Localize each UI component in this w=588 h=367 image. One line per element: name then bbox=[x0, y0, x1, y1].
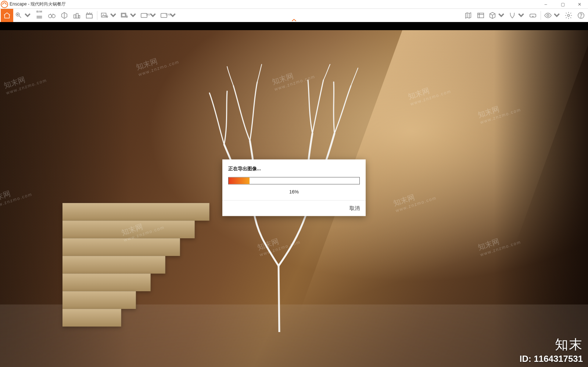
chevron-down-icon bbox=[553, 11, 561, 19]
exe-label: EXE bbox=[166, 13, 171, 16]
watermark: 知末网www.znzmo.com bbox=[392, 186, 437, 213]
chevron-down-icon bbox=[109, 11, 117, 19]
chevron-down-icon bbox=[517, 11, 525, 19]
svg-rect-5 bbox=[74, 15, 76, 18]
cube-icon bbox=[488, 11, 496, 19]
general-settings-button[interactable] bbox=[562, 9, 575, 22]
title-sep: - bbox=[27, 1, 31, 7]
export-video-icon bbox=[120, 11, 128, 19]
brand-label: 知末 bbox=[520, 336, 583, 354]
maximize-button[interactable]: ▢ bbox=[554, 0, 571, 9]
toolbar-separator bbox=[97, 11, 97, 20]
eye-icon bbox=[544, 11, 552, 19]
home-icon bbox=[3, 11, 11, 19]
batch-render-button[interactable] bbox=[119, 9, 139, 22]
svg-point-19 bbox=[581, 17, 581, 17]
asset-library-button[interactable] bbox=[474, 9, 487, 22]
help-icon bbox=[577, 11, 585, 19]
source-watermark: 知末 ID: 1164317531 bbox=[520, 336, 583, 364]
view-plane-icon bbox=[60, 11, 68, 19]
watermark: 知末网www.znzmo.com bbox=[271, 64, 316, 92]
visual-settings-button[interactable] bbox=[542, 9, 562, 22]
settings-gear-icon bbox=[564, 11, 573, 19]
exe-export-button[interactable]: EXE bbox=[158, 9, 178, 22]
watermark: 知末网www.znzmo.com bbox=[256, 230, 301, 257]
help-button[interactable] bbox=[575, 9, 587, 22]
export-image-icon bbox=[100, 11, 108, 19]
svg-rect-14 bbox=[478, 13, 484, 18]
asset-library-icon bbox=[477, 11, 485, 19]
svg-point-2 bbox=[17, 14, 18, 15]
map-icon bbox=[464, 11, 472, 19]
main-toolbar: BIM 360° EXE bbox=[0, 9, 588, 22]
window-title: Enscape - 现代时尚火锅餐厅 bbox=[9, 1, 66, 7]
export-progress-dialog: 正在导出图像... 16% 取消 bbox=[222, 160, 366, 216]
toolbar-separator bbox=[541, 11, 541, 20]
pano-label: 360° bbox=[146, 13, 151, 16]
render-viewport[interactable]: 知末网www.znzmo.com 知末网www.znzmo.com 知末网www… bbox=[0, 22, 588, 367]
window-titlebar: Enscape - 现代时尚火锅餐厅 – ▢ ✕ bbox=[0, 0, 588, 9]
binoculars-icon bbox=[48, 11, 56, 19]
favorite-views-button[interactable] bbox=[13, 9, 33, 22]
chevron-down-icon bbox=[497, 11, 505, 19]
dialog-title: 正在导出图像... bbox=[228, 165, 360, 172]
progress-percent-label: 16% bbox=[228, 188, 360, 197]
minimap-button[interactable] bbox=[462, 9, 474, 22]
watermark: 知末网www.znzmo.com bbox=[135, 50, 180, 77]
bim-mode-button[interactable]: BIM bbox=[33, 9, 46, 22]
view-plane-button[interactable] bbox=[58, 9, 71, 22]
chevron-down-icon bbox=[129, 11, 137, 19]
app-name: Enscape bbox=[10, 1, 27, 7]
minimize-button[interactable]: – bbox=[537, 0, 554, 9]
asset-id-label: ID: 1164317531 bbox=[520, 354, 583, 364]
video-path-button[interactable] bbox=[83, 9, 96, 22]
svg-rect-6 bbox=[76, 13, 78, 18]
vr-headset-icon bbox=[529, 11, 537, 19]
svg-rect-7 bbox=[79, 15, 80, 18]
render-style-button[interactable] bbox=[487, 9, 507, 22]
svg-rect-11 bbox=[122, 14, 125, 16]
screenshot-button[interactable] bbox=[99, 9, 119, 22]
clapboard-icon bbox=[85, 11, 93, 19]
app-logo-icon bbox=[0, 0, 9, 9]
window-controls: – ▢ ✕ bbox=[537, 0, 588, 9]
perspective-button[interactable] bbox=[507, 9, 527, 22]
panorama-button[interactable]: 360° bbox=[139, 9, 158, 22]
svg-point-17 bbox=[567, 14, 570, 17]
cancel-button[interactable]: 取消 bbox=[349, 205, 360, 212]
buildings-icon bbox=[73, 11, 81, 19]
pin-icon bbox=[15, 11, 23, 19]
binoculars-button[interactable] bbox=[46, 9, 58, 22]
watermark: 知末网www.znzmo.com bbox=[407, 79, 452, 107]
bim-label: BIM bbox=[36, 10, 42, 13]
progress-bar bbox=[228, 177, 360, 185]
stairs-geometry bbox=[62, 203, 228, 327]
chevron-down-icon bbox=[24, 11, 32, 19]
svg-point-0 bbox=[1, 1, 8, 8]
site-context-button[interactable] bbox=[71, 9, 83, 22]
svg-rect-15 bbox=[530, 14, 536, 17]
home-button[interactable] bbox=[1, 9, 13, 22]
close-button[interactable]: ✕ bbox=[571, 0, 588, 9]
svg-rect-8 bbox=[86, 14, 93, 18]
vr-button[interactable] bbox=[527, 9, 539, 22]
chevron-up-icon bbox=[290, 18, 298, 22]
perspective-icon bbox=[508, 11, 516, 19]
svg-point-16 bbox=[547, 14, 549, 17]
progress-bar-fill bbox=[229, 178, 250, 184]
project-name: 现代时尚火锅餐厅 bbox=[31, 1, 66, 7]
expand-toolbar-button[interactable] bbox=[290, 18, 298, 22]
